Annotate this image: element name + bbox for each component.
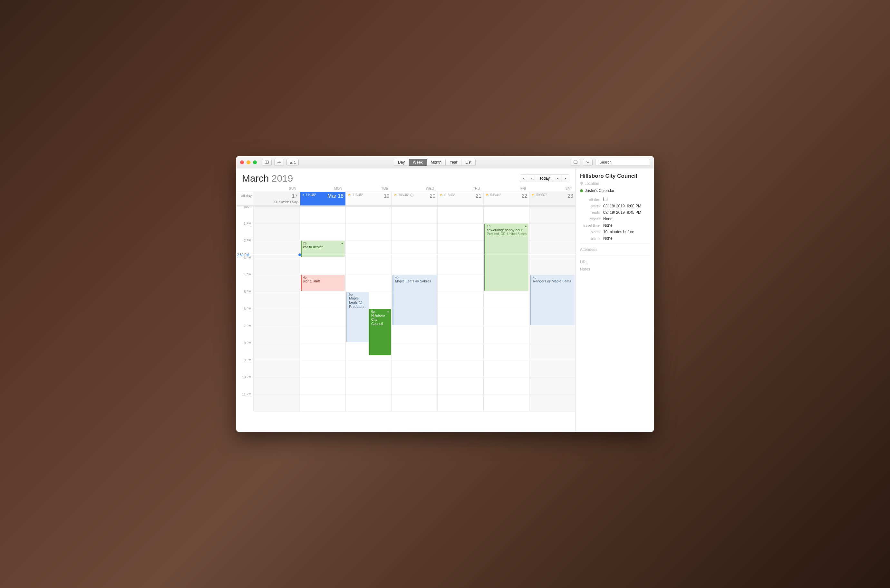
day-number: 22 [522,193,528,199]
nav-next-day[interactable]: › [553,174,561,182]
row-alarm1: alarm: 10 minutes before [580,230,649,234]
weather-icon: ⛅ 70°/46° [394,193,413,197]
traffic-lights [240,160,257,164]
day-label: FRI [483,186,529,190]
row-travel: travel time: None [580,223,649,228]
alarm1-value[interactable]: 10 minutes before [603,230,649,234]
day-number: 17 [292,193,298,199]
sidebar-toggle-button[interactable] [262,159,272,166]
day-number: 23 [567,193,573,199]
event-location-field[interactable]: Location [580,181,649,186]
allday-cell[interactable]: ☀ 71°/45°Mar 18 [300,192,346,206]
allday-cell[interactable]: 17St. Patrick's Day [254,192,300,206]
nav-next-week[interactable]: › [561,174,569,182]
svg-rect-4 [574,160,577,164]
view-month[interactable]: Month [427,159,446,166]
allday-checkbox[interactable] [603,197,607,201]
event-title-text: Maple Leafs @ Predators [349,296,367,309]
event-title[interactable]: Hillsboro City Council [580,173,649,179]
day-column[interactable]: 2pcar to dealer▲4psignal shift [300,206,346,411]
travel-label: travel time: [580,224,603,227]
ends-date[interactable]: 03/ 19/ 2019 [603,210,625,215]
plus-icon [277,160,281,164]
nav-prev-day[interactable]: ‹ [528,174,536,182]
view-list[interactable]: List [462,159,476,166]
day-column[interactable]: 5pMaple Leafs @ Predators6pHillsboro Cit… [346,206,391,411]
close-window-button[interactable] [240,160,244,164]
url-field[interactable]: URL [580,259,649,266]
alarm2-label: alarm: [580,236,603,240]
calendar-event[interactable]: 1pcoworking/ happy hourPortland, OR, Uni… [484,224,529,291]
hour-label: 1 PM [244,222,251,225]
location-placeholder: Location [585,181,599,186]
travel-value[interactable]: None [603,223,649,228]
event-location-text: Portland, OR, United States [487,232,527,236]
hour-label: 2 PM [244,239,251,243]
time-column: noon1 PM2 PM3 PM4 PM5 PM6 PM7 PM8 PM9 PM… [236,206,254,411]
repeat-value[interactable]: None [603,217,649,221]
bell-icon: ▲ [525,225,528,228]
calendar-event[interactable]: 4pRangers @ Maple Leafs [530,274,574,325]
view-day[interactable]: Day [394,159,409,166]
ends-time[interactable]: 8:45 PM [627,210,641,215]
search-input[interactable] [599,160,648,165]
allday-cell[interactable]: ⛅ 71°/45°19 [346,192,391,206]
event-inspector: Hillsboro City Council Location Justin's… [575,168,654,432]
sidebar-icon [265,160,269,164]
starts-time[interactable]: 6:00 PM [627,204,641,208]
titlebar: 1 Day Week Month Year List [236,156,654,168]
nav-today[interactable]: Today [536,174,553,182]
calendar-event[interactable]: 4pMaple Leafs @ Sabres [392,274,437,325]
event-calendar-name: Justin's Calendar [585,188,615,193]
download-icon [289,160,293,164]
allday-cell[interactable]: ⛅ 59°/37°23 [529,192,575,206]
nav-prev-week[interactable]: ‹ [520,174,528,182]
calendar-header: March 2019 ‹ ‹ Today › › [236,168,575,186]
event-time: 4p [533,276,573,279]
attendees-field[interactable]: Attendees [580,246,649,253]
allday-row: all-day17St. Patrick's Day☀ 71°/45°Mar 1… [236,192,575,206]
notes-field[interactable]: Notes [580,266,649,273]
row-starts: starts: 03/ 19/ 2019 6:00 PM [580,204,649,208]
weather-icon: ⛅ 71°/45° [348,193,363,197]
title-month: March [242,173,269,183]
hour-label: 4 PM [244,273,251,277]
ends-label: ends: [580,211,603,214]
alarm2-value[interactable]: None [603,236,649,240]
day-label: TUE [346,186,391,190]
add-button[interactable] [274,159,284,166]
event-calendar-row[interactable]: Justin's Calendar [580,188,649,193]
day-number: 20 [430,193,435,199]
event-time: 5p [349,293,367,296]
calendar-event[interactable]: 5pMaple Leafs @ Predators [346,292,368,342]
day-column[interactable]: 4pRangers @ Maple Leafs [529,206,575,411]
location-pin-icon [580,182,583,186]
holiday-label: St. Patrick's Day [256,200,298,204]
inspector-menu-button[interactable] [583,159,592,166]
allday-cell[interactable]: ⛅ 61°/43°21 [437,192,483,206]
calendar-event[interactable]: 6pHillsboro City Council▲ [368,309,391,355]
inspector-toggle-button[interactable] [571,159,580,166]
minimize-window-button[interactable] [247,160,250,164]
download-count: 1 [294,160,296,164]
downloads-button[interactable]: 1 [286,159,299,166]
allday-cell[interactable]: ⛅ 70°/46° 20 [391,192,437,206]
weather-icon: ☀ 71°/45° [302,193,316,197]
view-year[interactable]: Year [446,159,462,166]
day-column[interactable] [254,206,300,411]
search-field[interactable] [595,159,650,166]
row-alarm2: alarm: None [580,236,649,240]
allday-cell[interactable]: ⛅ 54°/44°22 [483,192,529,206]
day-column[interactable]: 4pMaple Leafs @ Sabres [391,206,437,411]
starts-date[interactable]: 03/ 19/ 2019 [603,204,625,208]
view-week[interactable]: Week [409,159,427,166]
svg-rect-0 [265,160,268,164]
weather-icon: ⛅ 61°/43° [439,193,455,197]
row-repeat: repeat: None [580,217,649,221]
day-column[interactable] [437,206,483,411]
day-column[interactable]: 1pcoworking/ happy hourPortland, OR, Uni… [483,206,529,411]
time-grid[interactable]: noon1 PM2 PM3 PM4 PM5 PM6 PM7 PM8 PM9 PM… [236,206,575,411]
zoom-window-button[interactable] [253,160,257,164]
calendar-event[interactable]: 4psignal shift [301,274,345,291]
event-title-text: Maple Leafs @ Sabres [395,279,435,284]
